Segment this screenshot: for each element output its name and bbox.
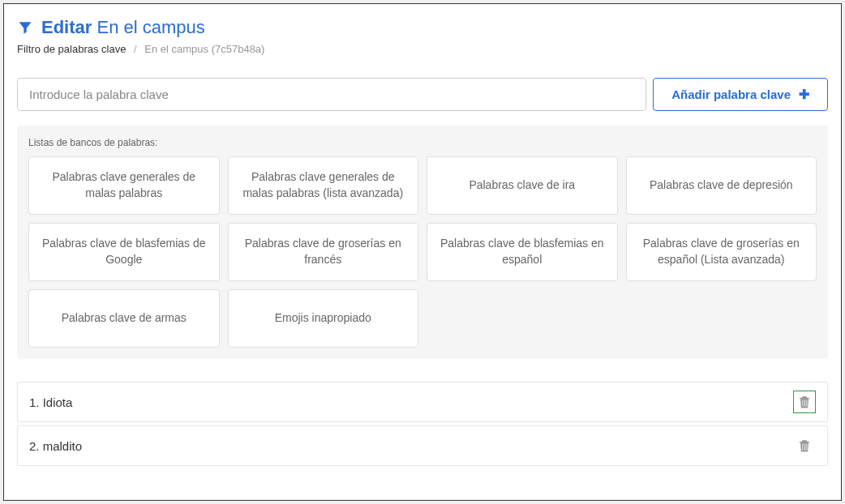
bank-item[interactable]: Palabras clave de blasfemias de Google [28,223,220,281]
keyword-text: 2. maldito [29,439,82,453]
trash-icon [796,394,813,410]
breadcrumb: Filtro de palabras clave / En el campus … [17,43,828,55]
word-bank-section: Listas de bancos de palabras: Palabras c… [17,126,828,359]
bank-item[interactable]: Palabras clave de groserías en francés [228,223,419,281]
title-bold: Editar [41,17,92,37]
plus-icon: ✚ [799,87,809,102]
word-bank-grid: Palabras clave generales de malas palabr… [28,156,817,348]
add-keyword-button[interactable]: Añadir palabra clave ✚ [653,78,828,111]
bank-item[interactable]: Palabras clave de armas [28,289,220,348]
bank-item[interactable]: Palabras clave de groserías en español (… [626,223,817,281]
bank-item[interactable]: Palabras clave de ira [427,156,618,215]
bank-item[interactable]: Emojis inapropiado [228,289,419,348]
bank-item[interactable]: Palabras clave generales de malas palabr… [228,156,419,215]
breadcrumb-sep: / [134,43,137,55]
keyword-row: 2. maldito [17,425,828,466]
keyword-input[interactable] [17,78,646,111]
main-panel: Editar En el campus Filtro de palabras c… [3,3,842,501]
trash-icon [796,438,813,454]
add-button-label: Añadir palabra clave [671,88,791,101]
bank-item[interactable]: Palabras clave de depresión [626,156,817,215]
delete-keyword-button[interactable] [793,434,816,457]
title-light: En el campus [97,17,204,37]
delete-keyword-button[interactable] [793,391,816,413]
breadcrumb-root[interactable]: Filtro de palabras clave [17,43,126,55]
page-header: Editar En el campus [17,17,828,38]
word-bank-label: Listas de bancos de palabras: [28,137,817,148]
bank-item[interactable]: Palabras clave de blasfemias en español [427,223,618,281]
keyword-row: 1. Idiota [17,382,828,422]
breadcrumb-current: En el campus (7c57b48a) [144,43,264,55]
keyword-list: 1. Idiota 2. maldito [17,382,828,466]
page-title: Editar En el campus [41,17,205,38]
bank-item[interactable]: Palabras clave generales de malas palabr… [28,156,220,215]
keyword-text: 1. Idiota [29,395,72,409]
keyword-input-row: Añadir palabra clave ✚ [17,78,828,111]
filter-icon [17,19,33,36]
